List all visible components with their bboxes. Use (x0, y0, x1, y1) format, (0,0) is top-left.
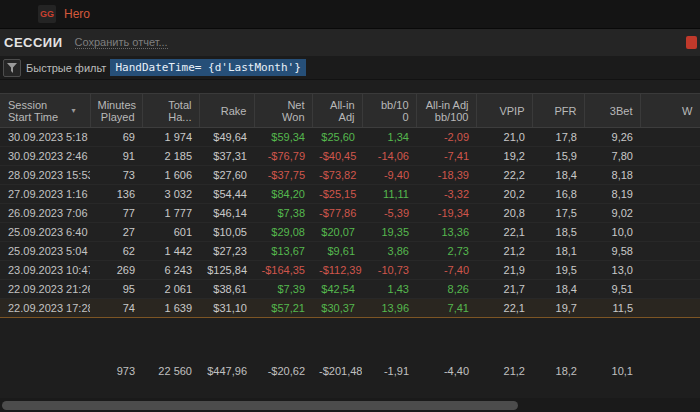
table-header-row: Session Start Time▾Minutes PlayedTotal H… (0, 94, 700, 128)
topbar: GG Hero (0, 0, 700, 29)
cell: -10,73 (362, 261, 416, 280)
column-header[interactable]: W (640, 94, 700, 128)
cell: 20,8 (476, 204, 532, 223)
cell: 21,9 (476, 261, 532, 280)
cell: $25,60 (312, 128, 362, 147)
session-start-cell: 25.09.2023 5:04 (0, 242, 90, 261)
cell: 13,96 (362, 299, 416, 318)
table-row[interactable]: 25.09.2023 5:04621 442$27,23$13,67$9,613… (0, 242, 700, 261)
gg-logo[interactable]: GG (38, 5, 56, 23)
cell: 22,1 (476, 223, 532, 242)
cell: 15,9 (532, 147, 584, 166)
player-name[interactable]: Hero (64, 7, 90, 21)
cell: -3,32 (416, 185, 476, 204)
cell: 18,4 (532, 280, 584, 299)
cell: -$37,75 (254, 166, 312, 185)
session-start-cell: 22.09.2023 17:28 (0, 299, 90, 318)
table-row[interactable]: 28.09.2023 15:53731 606$27,60-$37,75-$73… (0, 166, 700, 185)
cell: 11,11 (362, 185, 416, 204)
cell: -14,06 (362, 147, 416, 166)
table-row[interactable]: 30.09.2023 2:46912 185$37,31-$76,79-$40,… (0, 147, 700, 166)
save-report-link[interactable]: Сохранить отчет... (75, 36, 168, 49)
cell: -$77,86 (312, 204, 362, 223)
cell: -$112,39 (312, 261, 362, 280)
cell: 269 (90, 261, 142, 280)
column-header[interactable]: Minutes Played (90, 94, 142, 128)
column-header[interactable]: Session Start Time▾ (0, 94, 90, 128)
cell (640, 242, 700, 261)
cell: 6 243 (142, 261, 199, 280)
cell: 1,34 (362, 128, 416, 147)
table-row[interactable]: 27.09.2023 1:161363 032$54,44$84,20-$25,… (0, 185, 700, 204)
cell: 10,0 (584, 223, 640, 242)
cell: 21,0 (476, 128, 532, 147)
cell: -2,09 (416, 128, 476, 147)
cell: 1 974 (142, 128, 199, 147)
column-header-label: Minutes Played (98, 99, 137, 123)
table-row[interactable]: 22.09.2023 17:28741 639$31,10$57,21$30,3… (0, 299, 700, 318)
cell: 18,5 (532, 223, 584, 242)
table-row[interactable]: 30.09.2023 5:18691 974$49,64$59,34$25,60… (0, 128, 700, 147)
column-header[interactable]: bb/10 0 (362, 94, 416, 128)
cell: $57,21 (254, 299, 312, 318)
page-title: СЕССИИ (4, 35, 63, 50)
table-row[interactable]: 22.09.2023 21:26952 061$38,61$7,39$42,54… (0, 280, 700, 299)
app-window: GG Hero СЕССИИ Сохранить отчет... Быстры… (0, 0, 700, 412)
table-row[interactable]: 23.09.2023 10:472696 243$125,84-$164,35-… (0, 261, 700, 280)
cell: 8,18 (584, 166, 640, 185)
cell: $37,31 (199, 147, 254, 166)
filter-button[interactable] (3, 59, 21, 77)
filter-expression-input[interactable]: HandDateTime= {d'LastMonth'} (110, 59, 305, 76)
cell: $20,07 (312, 223, 362, 242)
section-header-bar: СЕССИИ Сохранить отчет... (0, 29, 700, 56)
cell: 11,5 (584, 299, 640, 318)
cell (640, 166, 700, 185)
column-header-label: All-in Adj (330, 99, 354, 123)
cell: -$25,15 (312, 185, 362, 204)
column-header[interactable]: PFR (532, 94, 584, 128)
totals-row: 97322 560$447,96-$20,62-$201,48-1,91-4,4… (0, 360, 700, 382)
cell (640, 261, 700, 280)
cell: -7,41 (416, 147, 476, 166)
cell (640, 299, 700, 318)
cell: 20,2 (476, 185, 532, 204)
column-header[interactable]: All-in Adj bb/100 (416, 94, 476, 128)
cell: 77 (90, 204, 142, 223)
cell: 13,0 (584, 261, 640, 280)
cell (640, 360, 700, 382)
cell: 62 (90, 242, 142, 261)
cell: -18,39 (416, 166, 476, 185)
column-header[interactable]: Rake (199, 94, 254, 128)
table-row[interactable]: 26.09.2023 7:06771 777$46,14$7,38-$77,86… (0, 204, 700, 223)
cell: 19,2 (476, 147, 532, 166)
empty-rows-area (0, 318, 700, 360)
column-header[interactable]: 3Bet (584, 94, 640, 128)
cell: 27 (90, 223, 142, 242)
cell: 18,1 (532, 242, 584, 261)
column-header-label: VPIP (499, 105, 524, 117)
cell: -$76,79 (254, 147, 312, 166)
notification-badge[interactable] (686, 36, 697, 49)
session-start-cell: 28.09.2023 15:53 (0, 166, 90, 185)
table-row[interactable]: 25.09.2023 6:4027601$10,05$29,08$20,0719… (0, 223, 700, 242)
session-start-cell: 26.09.2023 7:06 (0, 204, 90, 223)
column-header[interactable]: All-in Adj (312, 94, 362, 128)
cell: 17,5 (532, 204, 584, 223)
cell: 601 (142, 223, 199, 242)
cell: $46,14 (199, 204, 254, 223)
cell: 9,58 (584, 242, 640, 261)
cell: 91 (90, 147, 142, 166)
scrollbar-thumb[interactable] (2, 401, 518, 410)
column-header[interactable]: Total Ha... (142, 94, 199, 128)
column-header[interactable]: VPIP (476, 94, 532, 128)
cell: 1 442 (142, 242, 199, 261)
spacer (0, 80, 700, 93)
sort-desc-icon: ▾ (71, 105, 75, 117)
column-header[interactable]: Net Won (254, 94, 312, 128)
cell: 9,02 (584, 204, 640, 223)
horizontal-scrollbar[interactable] (0, 398, 700, 412)
cell: 10,1 (584, 360, 640, 382)
column-header-label: PFR (555, 105, 577, 117)
cell: 22,1 (476, 299, 532, 318)
cell: 2,73 (416, 242, 476, 261)
